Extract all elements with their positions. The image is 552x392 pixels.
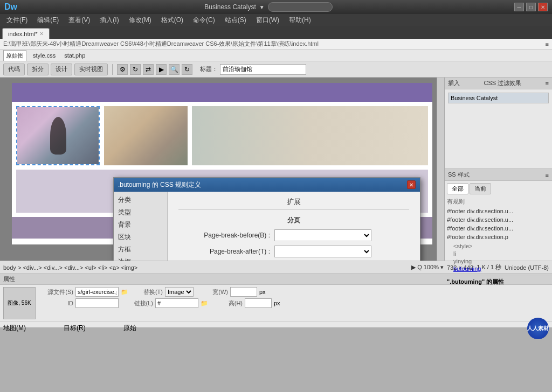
title-label: 标题：	[200, 65, 218, 73]
menu-edit[interactable]: 编辑(E)	[33, 15, 63, 26]
yoga-image-3	[192, 106, 428, 165]
css-page-section-title: 分页	[178, 216, 409, 225]
prop-width-input[interactable]	[230, 287, 257, 297]
prop-map-label: 地图(M)	[3, 324, 26, 333]
canvas-image-2[interactable]	[104, 106, 188, 165]
tool-icon-1[interactable]: ⚙	[117, 64, 128, 75]
css-rule-1[interactable]: #footer div.div.section.u...	[445, 207, 552, 215]
code-button[interactable]: 代码	[3, 64, 25, 75]
dom-breadcrumb: body > <div...> <div...> <div...> <ul> <…	[3, 264, 137, 271]
close-button[interactable]: ✕	[538, 3, 548, 11]
properties-content: 图像, 56K 源文件(S) 📁 替换(T) Image 宽(W) px ID …	[0, 285, 552, 321]
css-tab-current[interactable]: 当前	[470, 183, 491, 194]
css-dialog-close-button[interactable]: ✕	[407, 180, 416, 189]
canvas-image-1[interactable]	[16, 106, 100, 165]
css-styles-header: SS 样式 ≡	[445, 169, 552, 181]
panel-menu-icon[interactable]: ≡	[546, 80, 549, 87]
search-input[interactable]	[268, 2, 333, 12]
css-cat-box[interactable]: 区块	[114, 231, 167, 243]
prop-id-label: ID	[41, 300, 73, 306]
prop-link-input[interactable]	[155, 298, 198, 308]
css-cat-block[interactable]: 背景	[114, 219, 167, 231]
css-cat-list[interactable]: 边框	[114, 256, 167, 261]
vertical-scrollbar[interactable]	[437, 78, 444, 261]
maximize-button[interactable]: □	[526, 3, 536, 11]
rr-logo: 人人素材	[527, 318, 549, 339]
css-panel-tabs: 全部 当前	[445, 181, 552, 197]
css-style-item-1[interactable]: li	[449, 250, 548, 257]
prop-replace-select[interactable]: Image	[165, 287, 194, 297]
prop-height-input[interactable]	[245, 298, 272, 308]
page-images-row	[12, 102, 432, 170]
liveview-button[interactable]: 实时视图	[74, 64, 108, 75]
css-style-item-0[interactable]: <style>	[449, 242, 548, 250]
prop-src-input[interactable]	[75, 287, 119, 297]
tool-icon-3[interactable]: ⇄	[143, 64, 154, 75]
css-panel-menu-icon[interactable]: ≡	[546, 172, 549, 178]
menu-window[interactable]: 窗口(W)	[252, 15, 284, 26]
browse-file-icon[interactable]: 📁	[121, 289, 128, 296]
split-button[interactable]: 拆分	[27, 64, 49, 75]
props-group-1: 源文件(S) 📁 替换(T) Image 宽(W) px ID 链接(L) 📁 …	[41, 287, 280, 308]
tab-label: index.html*	[8, 31, 37, 37]
title-input[interactable]	[220, 64, 306, 75]
css-cat-border[interactable]: 方框	[114, 243, 167, 256]
page-header-bar	[12, 83, 432, 102]
css-pagebreak-before-select[interactable]	[274, 229, 371, 241]
css-cat-background[interactable]: 类型	[114, 206, 167, 219]
css-rule-4[interactable]: #footer div.div.section.p	[445, 233, 552, 241]
tool-icon-4[interactable]: ▶	[156, 64, 167, 75]
menu-format[interactable]: 格式(O)	[157, 15, 188, 26]
bc-dropdown-icon[interactable]: ▼	[259, 4, 265, 10]
rr-logo-text: 人人素材	[527, 325, 549, 332]
tool-icon-5[interactable]: 🔍	[169, 64, 180, 75]
prop-id-row: ID 链接(L) 📁 高(H) px	[41, 298, 280, 308]
menu-modify[interactable]: 修改(M)	[125, 15, 156, 26]
file-path: E:\高甲班\郑庆来-48\小时精通Dreamweaver CS6\#48小时精…	[3, 40, 319, 48]
related-file-stat[interactable]: stat.php	[62, 51, 87, 60]
design-button[interactable]: 设计	[51, 64, 72, 75]
menu-file[interactable]: 文件(F)	[2, 15, 32, 26]
tab-close-icon[interactable]: ✕	[39, 31, 44, 37]
css-effects-label: CSS 过滤效果	[484, 79, 521, 87]
prop-target-label: 目标(R)	[64, 324, 86, 333]
tab-index-html[interactable]: index.html* ✕	[2, 28, 50, 39]
related-file-style[interactable]: style.css	[31, 51, 58, 60]
bc-title: Business Catalyst	[204, 3, 256, 11]
title-bar: Dw Business Catalyst ▼ ─ □ ✕	[0, 0, 552, 14]
yoga-image	[17, 107, 99, 164]
menu-command[interactable]: 命令(C)	[189, 15, 219, 26]
tool-icon-6[interactable]: ↻	[182, 64, 192, 75]
related-file-original[interactable]: 原始图	[3, 50, 26, 61]
tool-icon-2[interactable]: ↻	[130, 64, 141, 75]
prop-id-input[interactable]	[75, 298, 119, 308]
menu-bar: 文件(F) 编辑(E) 查看(V) 插入(I) 修改(M) 格式(O) 命令(C…	[0, 14, 552, 26]
canvas-image-3[interactable]	[192, 106, 428, 165]
menu-help[interactable]: 帮助(H)	[285, 15, 315, 26]
browse-link-icon[interactable]: 📁	[201, 300, 208, 307]
css-dialog-title-text: .butouming 的 CSS 规则定义	[118, 180, 201, 190]
bc-panel-content: Business Catalyst	[445, 89, 552, 107]
menu-site[interactable]: 站点(S)	[220, 15, 251, 26]
filter-icon[interactable]: ≡	[546, 41, 549, 47]
menu-insert[interactable]: 插入(I)	[95, 15, 123, 26]
css-dialog-right: 扩展 分页 Page-break-before(B) : Page-break-…	[168, 192, 420, 261]
prop-height-unit: px	[274, 300, 280, 306]
prop-width-label: 宽(W)	[196, 288, 228, 296]
minimize-button[interactable]: ─	[514, 3, 524, 11]
css-pagebreak-after-select[interactable]	[274, 246, 371, 257]
prop-src-row: 源文件(S) 📁 替换(T) Image 宽(W) px	[41, 287, 280, 297]
css-tab-all[interactable]: 全部	[447, 183, 468, 194]
css-rule-3[interactable]: #footer div.div.section.u...	[445, 224, 552, 233]
menu-view[interactable]: 查看(V)	[64, 15, 94, 26]
css-dialog: .butouming 的 CSS 规则定义 ✕ 分类 类型 背景 区块 方框 边…	[113, 177, 420, 261]
css-rule-2[interactable]: #footer div.div.section.u...	[445, 215, 552, 224]
css-style-item-2[interactable]: yinying	[449, 257, 548, 265]
css-pagebreak-after-label: Page-break-after(T) :	[178, 248, 270, 255]
window-controls: ─ □ ✕	[514, 3, 548, 11]
css-style-item-3[interactable]: butouming	[449, 265, 548, 272]
css-cat-type[interactable]: 分类	[114, 194, 167, 206]
css-category-list: 分类 类型 背景 区块 方框 边框 列表 定位 扩展 过渡	[114, 192, 168, 261]
prop-src-label: 源文件(S)	[41, 288, 73, 296]
css-styles-label: SS 样式	[448, 171, 470, 179]
